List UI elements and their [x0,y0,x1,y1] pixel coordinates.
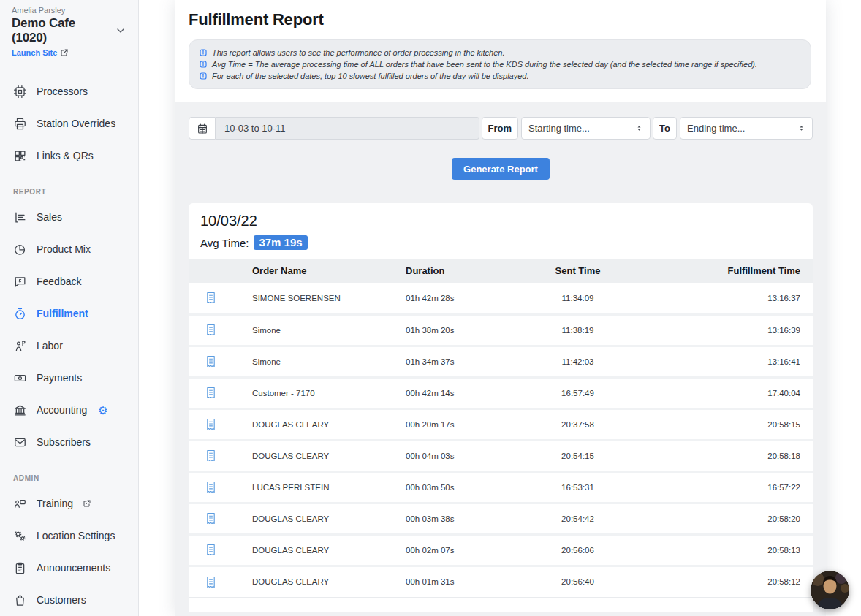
receipt-icon[interactable] [205,418,216,430]
location-switcher[interactable]: Amelia Parsley Demo Cafe (1020) Launch S… [0,0,138,66]
order-name: DOUGLAS CLEARY [232,534,386,566]
table-row: DOUGLAS CLEARY 00h 03m 38s 20:54:42 20:5… [189,503,813,534]
start-time-select[interactable]: Starting time... [521,117,651,140]
sidebar: Amelia Parsley Demo Cafe (1020) Launch S… [0,0,139,616]
info-text: For each of the selected dates, top 10 s… [212,70,529,82]
page-title: Fulfillment Report [189,10,813,29]
table-row: DOUGLAS CLEARY 00h 02m 07s 20:56:06 20:5… [189,534,813,566]
end-time-select[interactable]: Ending time... [680,117,813,140]
orders-table: Order Name Duration Sent Time Fulfillmen… [189,259,813,598]
pie-chart-icon [13,243,27,256]
sidebar-item-label: Subscribers [37,436,91,448]
accounting-settings-gear-icon[interactable]: ⚙ [98,405,107,416]
order-fulfillment-time: 20:58:13 [645,534,813,566]
sidebar-item-fulfillment[interactable]: Fulfillment [0,297,138,330]
info-icon [200,61,207,68]
banknote-icon [13,371,27,385]
external-link-icon [60,48,69,57]
sidebar-nav: Processors Station Overrides Links & QRs… [0,66,138,616]
receipt-icon[interactable] [205,292,216,304]
info-line: For each of the selected dates, top 10 s… [200,70,800,82]
sidebar-item-training[interactable]: Training [0,487,138,520]
avg-time-badge: 37m 19s [254,235,307,250]
sidebar-item-product-mix[interactable]: Product Mix [0,233,138,265]
order-duration: 00h 03m 50s [386,471,510,503]
info-text: Avg Time = The average processing time o… [212,58,757,70]
order-name: SIMONE SOERENSEN [232,283,386,314]
end-time-value: Ending time... [687,123,746,134]
info-icon [200,49,207,56]
order-duration: 01h 42m 28s [386,283,510,314]
sidebar-item-accounting[interactable]: Accounting ⚙ [0,394,138,426]
receipt-icon[interactable] [205,544,216,556]
order-fulfillment-time: 20:58:15 [645,408,813,440]
launch-site-link[interactable]: Launch Site [12,48,69,57]
sidebar-item-sales[interactable]: Sales [0,201,138,233]
sidebar-item-payments[interactable]: Payments [0,362,138,394]
generate-report-button[interactable]: Generate Report [452,158,550,180]
cpu-icon [13,85,27,99]
receipt-icon[interactable] [205,512,216,525]
training-icon [13,497,27,511]
order-duration: 00h 02m 07s [386,534,510,566]
sidebar-item-links-qrs[interactable]: Links & QRs [0,140,138,172]
report-body: From Starting time... To Ending time... … [175,102,826,612]
chevron-down-icon[interactable] [115,25,126,37]
date-range-input[interactable] [216,117,479,140]
main-panel: Fulfillment Report This report allows us… [175,0,826,616]
sidebar-item-label: Processors [37,85,88,97]
avg-time-label: Avg Time: [200,237,249,249]
sidebar-item-processors[interactable]: Processors [0,75,138,107]
receipt-icon[interactable] [205,355,216,368]
sidebar-item-label: Payments [37,372,82,384]
info-line: Avg Time = The average processing time o… [200,58,800,70]
table-row: LUCAS PERLSTEIN 00h 03m 50s 16:53:31 16:… [189,471,813,503]
sidebar-item-station-overrides[interactable]: Station Overrides [0,107,138,140]
receipt-icon[interactable] [205,387,216,399]
feedback-bubble-icon [13,275,27,289]
clipboard-icon [13,561,27,575]
order-sent-time: 20:37:58 [510,408,645,440]
order-fulfillment-time: 13:16:41 [645,346,813,377]
person-flag-icon [13,339,27,353]
filter-row: From Starting time... To Ending time... [189,117,813,140]
receipt-icon[interactable] [205,576,216,588]
user-name: Amelia Parsley [12,6,126,15]
sidebar-item-announcements[interactable]: Announcements [0,552,138,584]
printer-icon [13,117,27,131]
order-fulfillment-time: 20:58:12 [645,566,813,597]
sidebar-item-location-settings[interactable]: Location Settings [0,520,138,552]
report-section-label: REPORT [13,182,125,201]
from-label: From [482,117,519,140]
sidebar-item-customers[interactable]: Customers [0,584,138,616]
table-row: Customer - 7170 00h 42m 14s 16:57:49 17:… [189,377,813,408]
sidebar-item-labor[interactable]: Labor [0,330,138,362]
order-sent-time: 20:56:40 [510,566,645,597]
receipt-icon[interactable] [205,324,216,336]
order-sent-time: 11:38:19 [510,314,645,346]
order-sent-time: 11:42:03 [510,346,645,377]
chat-launcher-avatar[interactable] [811,571,849,609]
receipt-icon[interactable] [205,481,216,493]
order-fulfillment-time: 16:57:22 [645,471,813,503]
envelope-icon [13,436,27,449]
app-window: Amelia Parsley Demo Cafe (1020) Launch S… [0,0,861,616]
table-row: SIMONE SOERENSEN 01h 42m 28s 11:34:09 13… [189,283,813,314]
calendar-button[interactable] [189,117,216,140]
receipt-icon[interactable] [205,449,216,462]
column-header-sent-time: Sent Time [510,259,645,283]
admin-section-label: ADMIN [13,468,125,487]
select-arrows-icon [797,123,805,133]
order-sent-time: 11:34:09 [510,283,645,314]
column-header-order-name: Order Name [232,259,386,283]
sidebar-item-label: Labor [37,340,63,351]
order-duration: 01h 38m 20s [386,314,510,346]
sidebar-item-label: Training [37,498,73,509]
sidebar-item-label: Location Settings [37,530,115,541]
info-line: This report allows users to see the perf… [200,47,800,58]
order-sent-time: 16:53:31 [510,471,645,503]
order-duration: 00h 20m 17s [386,408,510,440]
bank-icon [13,403,27,417]
sidebar-item-subscribers[interactable]: Subscribers [0,426,138,458]
sidebar-item-feedback[interactable]: Feedback [0,265,138,297]
